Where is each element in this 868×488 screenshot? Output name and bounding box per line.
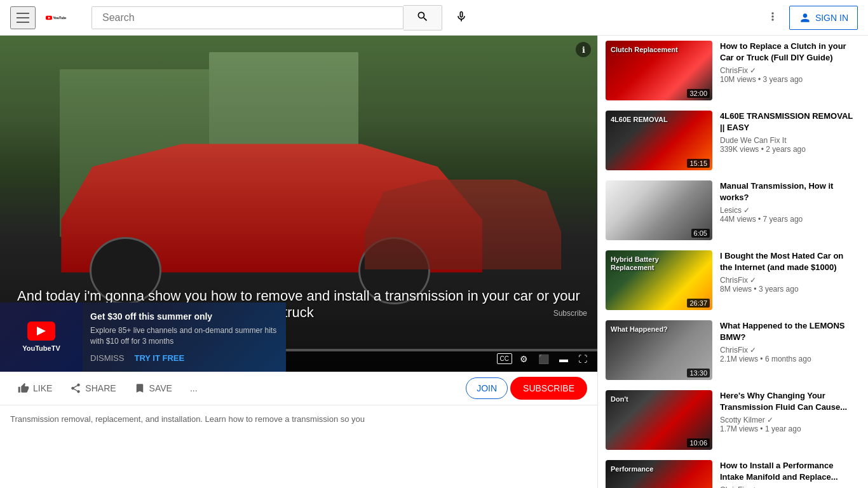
mic-icon [455,10,468,23]
thumbnail-label-6: Performance [611,465,653,473]
thumbnail-label-4: What Happened? [611,325,668,334]
thumbnail-3: Hybrid Battery Replacement26:37 [606,250,712,310]
menu-button[interactable] [10,6,36,29]
sidebar-item[interactable]: Clutch Replacement32:00How to Replace a … [598,36,868,105]
thumbnail-label-1: 4L60E REMOVAL [611,116,668,124]
video-player-wrap: And today i'm gonna show you how to remo… [0,36,597,372]
sidebar-title-4: What Happened to the LEMONS BMW? [720,320,858,343]
info-button[interactable]: ℹ [576,42,591,57]
sidebar-item[interactable]: 6:05Manual Transmission, How it works?Le… [598,175,868,245]
second-car [358,177,567,278]
save-icon [134,383,146,394]
sidebar-item[interactable]: Don't10:06Here's Why Changing Your Trans… [598,385,868,455]
thumbnail-4: What Happened?13:30 [606,320,712,380]
save-button[interactable]: SAVE [126,377,180,399]
sign-in-button[interactable]: SIGN IN [789,6,858,30]
sidebar-channel-0: ChrisFix ✓ [720,66,858,75]
sidebar-title-2: Manual Transmission, How it works? [720,180,858,203]
youtube-tv-logo: YouTubeTV [22,322,60,352]
thumbnail-5: Don't10:06 [606,390,712,450]
more-options-button[interactable] [761,5,784,30]
header-right: SIGN IN [761,5,858,30]
share-button[interactable]: SHARE [62,377,123,399]
sidebar-item[interactable]: What Happened?13:30What Happened to the … [598,315,868,385]
settings-button[interactable]: ⚙ [517,351,531,367]
like-icon [18,383,29,394]
thumbnail-0: Clutch Replacement32:00 [606,41,712,100]
sidebar-items-container: Clutch Replacement32:00How to Replace a … [598,36,868,488]
sidebar-title-1: 4L60E TRANSMISSION REMOVAL || EASY [720,111,858,133]
play-triangle [37,327,46,336]
duration-badge-2: 6:05 [691,229,710,238]
person-icon [799,11,811,24]
youtube-tv-text: YouTubeTV [22,344,60,352]
sidebar-meta-4: 2.1M views • 6 months ago [720,355,858,363]
video-section: And today i'm gonna show you how to remo… [0,36,597,488]
sidebar-title-5: Here's Why Changing Your Transmission Fl… [720,390,858,413]
video-description: Transmission removal, replacement, and i… [0,405,597,433]
svg-text:YouTube: YouTube [53,15,66,19]
duration-badge-5: 10:06 [687,438,710,447]
header: YouTube SIGN IN [0,0,868,36]
sidebar-title-6: How to Install a Performance Intake Mani… [720,460,858,483]
sidebar-info-5: Here's Why Changing Your Transmission Fl… [717,390,860,450]
mic-button[interactable] [450,5,473,30]
subscribe-badge: Subscribe [553,309,587,318]
fullscreen-button[interactable]: ⛶ [576,351,590,367]
promo-logo-side: YouTubeTV [0,302,83,372]
dismiss-button[interactable]: DISMISS [90,353,124,363]
duration-badge-3: 26:37 [687,299,710,308]
sidebar-meta-0: 10M views • 3 years ago [720,75,858,84]
sidebar-channel-1: Dude We Can Fix It [720,136,858,145]
try-free-button[interactable]: TRY IT FREE [134,353,184,363]
sidebar-title-3: I Bought the Most Hated Car on the Inter… [720,250,858,273]
youtube-tv-icon [27,322,55,341]
share-icon [70,383,81,394]
sidebar-meta-1: 339K views • 2 years ago [720,145,858,154]
theater-mode-button[interactable]: ▬ [557,351,571,367]
sidebar-info-1: 4L60E TRANSMISSION REMOVAL || EASYDude W… [717,111,860,170]
sidebar-item[interactable]: Performance—How to Install a Performance… [598,455,868,488]
dots-vertical-icon [766,10,779,23]
duration-badge-0: 32:00 [687,89,710,98]
duration-badge-4: 13:30 [687,369,710,377]
search-input[interactable] [92,7,403,29]
subtitles-button[interactable]: CC [497,353,512,364]
thumbnail-6: Performance— [606,460,712,488]
miniplayer-button[interactable]: ⬛ [536,351,552,367]
search-icon [416,10,429,23]
sidebar-meta-5: 1.7M views • 1 year ago [720,424,858,433]
sidebar-item[interactable]: Hybrid Battery Replacement26:37I Bought … [598,245,868,315]
sidebar-channel-6: ChrisFix ✓ [720,485,858,488]
sidebar-meta-2: 44M views • 7 years ago [720,215,858,224]
thumbnail-label-0: Clutch Replacement [611,46,678,54]
promo-content: Get $30 off this summer only Explore 85+… [83,302,286,372]
duration-badge-1: 15:15 [687,159,710,168]
thumbnail-bg-6 [606,460,712,488]
promo-actions: DISMISS TRY IT FREE [90,353,278,363]
video-player[interactable]: And today i'm gonna show you how to remo… [0,36,597,372]
youtube-logo[interactable]: YouTube [46,11,66,25]
youtube-logo-icon: YouTube [46,11,66,25]
more-actions-button[interactable]: ... [182,378,205,398]
video-actions: LIKE SHARE SAVE ... JOIN SUBSCRIBE [0,372,597,405]
sidebar-info-0: How to Replace a Clutch in your Car or T… [717,41,860,100]
controls-right: CC ⚙ ⬛ ▬ ⛶ [497,351,590,367]
sidebar-info-4: What Happened to the LEMONS BMW?ChrisFix… [717,320,860,380]
thumbnail-label-3: Hybrid Battery Replacement [611,255,659,272]
header-left: YouTube [10,6,66,29]
sidebar-channel-4: ChrisFix ✓ [720,346,858,355]
search-input-wrap [92,6,403,29]
join-button[interactable]: JOIN [466,377,508,399]
sidebar-channel-5: Scotty Kilmer ✓ [720,416,858,424]
promo-title: Get $30 off this summer only [90,311,278,322]
sidebar-item[interactable]: 4L60E REMOVAL15:154L60E TRANSMISSION REM… [598,105,868,175]
main-content: And today i'm gonna show you how to remo… [0,36,868,488]
thumbnail-label-5: Don't [611,395,628,403]
thumbnail-1: 4L60E REMOVAL15:15 [606,111,712,170]
search-button[interactable] [403,5,442,30]
search-container [92,5,473,30]
like-button[interactable]: LIKE [10,377,60,399]
subscribe-button[interactable]: SUBSCRIBE [510,377,587,400]
thumbnail-2: 6:05 [606,180,712,240]
